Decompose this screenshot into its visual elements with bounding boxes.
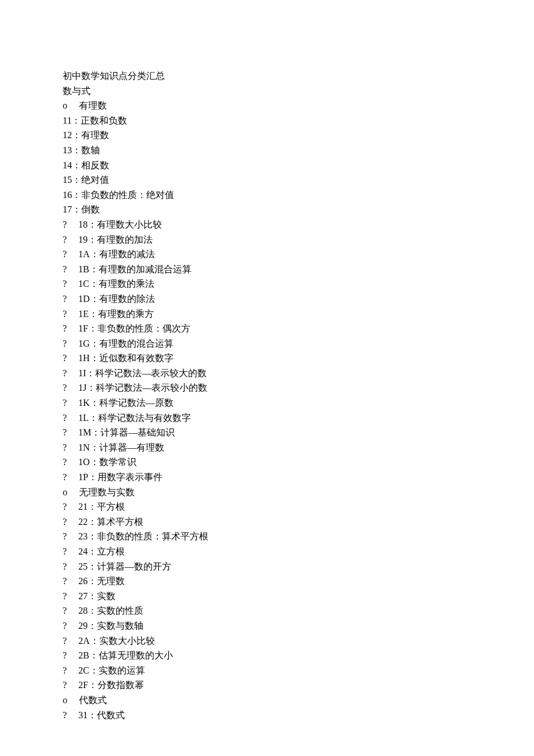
list-item: 14：相反数 <box>63 158 534 173</box>
list-item: 13：数轴 <box>63 143 534 158</box>
list-item: o 有理数 <box>63 98 534 113</box>
list-item: ? 24：立方根 <box>63 544 534 559</box>
list-item: ? 1C：有理数的乘法 <box>63 276 534 291</box>
list-item: ? 1O：数学常识 <box>63 455 534 470</box>
list-item: ? 27：实数 <box>63 589 534 604</box>
list-item: ? 1B：有理数的加减混合运算 <box>63 262 534 277</box>
list-item: ? 28：实数的性质 <box>63 603 534 618</box>
list-item: 12：有理数 <box>63 128 534 143</box>
list-item: ? 1H：近似数和有效数字 <box>63 351 534 366</box>
list-item: ? 2F：分数指数幂 <box>63 678 534 693</box>
list-item: ? 2C：实数的运算 <box>63 663 534 678</box>
list-item: ? 1J：科学记数法—表示较小的数 <box>63 380 534 395</box>
list-item: ? 18：有理数大小比较 <box>63 217 534 232</box>
list-item: ? 19：有理数的加法 <box>63 232 534 247</box>
list-item: ? 1N：计算器—有理数 <box>63 440 534 455</box>
list-item: ? 1D：有理数的除法 <box>63 291 534 307</box>
list-item: ? 22：算术平方根 <box>63 514 534 530</box>
list-item: ? 1A：有理数的减法 <box>63 247 534 262</box>
list-item: ? 23：非负数的性质：算术平方根 <box>63 529 534 544</box>
list-item: ? 21：平方根 <box>63 499 534 514</box>
list-item: ? 31：代数式 <box>63 708 534 723</box>
list-item: ? 1E：有理数的乘方 <box>63 307 534 322</box>
list-item: ? 1L：科学记数法与有效数字 <box>63 411 534 426</box>
list-item: ? 2B：估算无理数的大小 <box>63 648 534 663</box>
list-item: ? 2A：实数大小比较 <box>63 633 534 649</box>
list-item: ? 1K：科学记数法—原数 <box>63 395 534 411</box>
list-item: ? 29：实数与数轴 <box>63 618 534 633</box>
list-item: ? 1F：非负数的性质：偶次方 <box>63 321 534 336</box>
list-item: o 无理数与实数 <box>63 485 534 500</box>
list-item: ? 25：计算器—数的开方 <box>63 559 534 574</box>
list-item: ? 1M：计算器—基础知识 <box>63 425 534 440</box>
list-item: ? 1P：用数字表示事件 <box>63 470 534 485</box>
list-item: 11：正数和负数 <box>63 113 534 128</box>
list-item: ? 1I：科学记数法—表示较大的数 <box>63 366 534 381</box>
list-item: ? 26：无理数 <box>63 574 534 589</box>
list-item: 17：倒数 <box>63 202 534 217</box>
document-page: 初中数学知识点分类汇总 数与式 o 有理数11：正数和负数12：有理数13：数轴… <box>0 0 534 722</box>
list-item: 15：绝对值 <box>63 172 534 188</box>
document-title: 初中数学知识点分类汇总 <box>63 69 534 84</box>
content-lines: o 有理数11：正数和负数12：有理数13：数轴14：相反数15：绝对值16：非… <box>63 98 534 722</box>
list-item: o 代数式 <box>63 693 534 708</box>
list-item: 16：非负数的性质：绝对值 <box>63 188 534 203</box>
section-heading: 数与式 <box>63 84 534 99</box>
list-item: ? 1G：有理数的混合运算 <box>63 336 534 351</box>
